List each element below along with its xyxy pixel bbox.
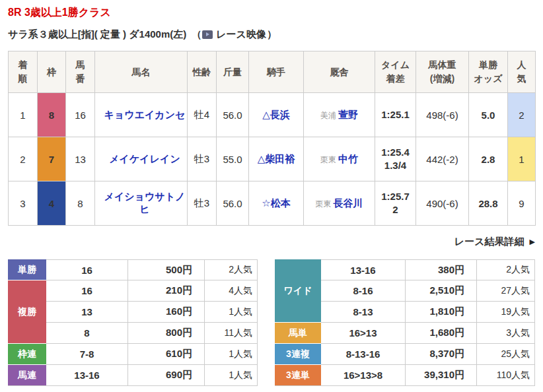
horse-name-link[interactable]: メイショウサトノヒ <box>104 191 186 214</box>
col-horse-name: 馬名 <box>95 51 188 93</box>
sex-age-cell: 牡4 <box>188 93 217 137</box>
selection-cell: 8-13 <box>321 302 406 323</box>
horse-weight-cell: 498(-6) <box>416 93 469 137</box>
stable-region: 栗東 <box>316 199 332 209</box>
race-title: 8R 3歳以上1勝クラス <box>8 6 535 20</box>
payout-row: ワイド 13-16 380円 2人気 <box>275 259 535 280</box>
race-detail-link[interactable]: レース結果詳細 ▶ <box>454 236 535 248</box>
selection-cell: 16>13>8 <box>321 365 406 386</box>
popularity-cell: 3人気 <box>477 323 535 344</box>
jockey-link[interactable]: △長浜 <box>262 109 290 120</box>
race-detail-label: レース結果詳細 <box>454 236 525 248</box>
race-conditions: サラ系３歳以上[指]( 定量 ) ダ1400m(左) <box>8 28 186 41</box>
selection-cell: 8-13-16 <box>321 344 406 365</box>
payout-row: 枠連 7-8 610円 1人気 <box>8 344 258 365</box>
sex-age-cell: 牡3 <box>188 181 217 226</box>
race-conditions-row: サラ系３歳以上[指]( 定量 ) ダ1400m(左) （ レース映像 ） <box>8 28 535 41</box>
jockey-cell: △長浜 <box>249 93 304 137</box>
odds-cell: 2.8 <box>469 137 508 181</box>
selection-cell: 13-16 <box>321 259 406 280</box>
time-margin-cell: 1:25.1 <box>375 93 416 137</box>
popularity-cell: 25人気 <box>477 344 535 365</box>
stable-region: 美浦 <box>320 111 336 120</box>
col-jockey: 騎手 <box>249 51 304 93</box>
col-finish-position: 着 順 <box>9 51 38 93</box>
odds-cell: 28.8 <box>469 181 508 226</box>
col-horse-number: 馬 番 <box>66 51 95 93</box>
col-carried-weight: 斤量 <box>217 51 249 93</box>
horse-number-cell: 16 <box>66 93 95 137</box>
payout-row: 単勝 16 500円 2人気 <box>8 259 258 280</box>
col-frame: 枠 <box>38 51 66 93</box>
race-video-link[interactable]: レース映像 <box>202 28 266 41</box>
stable-region: 栗東 <box>320 155 336 164</box>
horse-name-link[interactable]: キョウエイカンセ <box>104 109 186 120</box>
horse-name-cell: キョウエイカンセ <box>95 93 188 137</box>
stable-link[interactable]: 長谷川 <box>334 197 363 209</box>
popularity-cell: 1人気 <box>205 365 258 386</box>
horse-number-cell: 13 <box>66 137 95 181</box>
popularity-cell: 19人気 <box>477 302 535 323</box>
sex-age-cell: 牡3 <box>188 137 217 181</box>
selection-cell: 16 <box>46 280 128 302</box>
payout-amount-cell: 690円 <box>128 365 205 386</box>
stable-link[interactable]: 中竹 <box>338 153 358 164</box>
selection-cell: 16 <box>46 259 128 280</box>
payout-amount-cell: 1,810円 <box>406 302 477 323</box>
jockey-cell: △柴田裕 <box>249 137 304 181</box>
payout-section: 単勝 16 500円 2人気 複勝 16 210円 4人気 13 160円 1人… <box>8 259 535 386</box>
finish-position-cell: 1 <box>9 93 38 137</box>
result-row-1: 1 8 16 キョウエイカンセ 牡4 56.0 △長浜 美浦萱野 1:25.1 … <box>9 93 536 137</box>
finish-position-cell: 3 <box>9 181 38 226</box>
paren-open: （ <box>192 28 201 41</box>
col-stable: 厩舎 <box>304 51 375 93</box>
carried-weight-cell: 56.0 <box>217 93 249 137</box>
payout-amount-cell: 1,680円 <box>406 323 477 344</box>
payout-amount-cell: 800円 <box>128 323 205 344</box>
payout-amount-cell: 610円 <box>128 344 205 365</box>
bet-type-label-bracket-quinella: 枠連 <box>8 344 46 365</box>
bet-type-label-trifecta: 3連単 <box>275 365 321 386</box>
margin-value: 1.3/4 <box>376 159 415 172</box>
payout-row: 3連複 8-13-16 8,370円 25人気 <box>275 344 535 365</box>
jockey-link[interactable]: ☆松本 <box>262 197 290 209</box>
stable-link[interactable]: 萱野 <box>338 109 358 120</box>
bet-type-label-exacta: 馬単 <box>275 323 321 344</box>
selection-cell: 13 <box>46 302 128 323</box>
bet-type-label-quinella: 馬連 <box>8 365 46 386</box>
selection-cell: 13-16 <box>46 365 128 386</box>
right-arrow-icon: ▶ <box>530 238 535 246</box>
horse-name-cell: メイショウサトノヒ <box>95 181 188 226</box>
bet-type-label-wide: ワイド <box>275 259 321 323</box>
horse-number-cell: 8 <box>66 181 95 226</box>
payout-amount-cell: 160円 <box>128 302 205 323</box>
time-margin-cell: 1:25.7 2 <box>375 181 416 226</box>
frame-number-cell: 8 <box>38 93 66 137</box>
popularity-cell: 27人気 <box>477 280 535 302</box>
jockey-link[interactable]: △柴田裕 <box>258 153 295 164</box>
popularity-cell: 2人気 <box>205 259 258 280</box>
race-video-label: レース映像 <box>216 28 266 41</box>
frame-number-cell: 7 <box>38 137 66 181</box>
payout-row: 3連単 16>13>8 39,310円 110人気 <box>275 365 535 386</box>
payout-table-left: 単勝 16 500円 2人気 複勝 16 210円 4人気 13 160円 1人… <box>8 259 258 386</box>
horse-name-link[interactable]: メイケイレイン <box>109 153 180 164</box>
payout-row: 複勝 16 210円 4人気 <box>8 280 258 302</box>
selection-cell: 8 <box>46 323 128 344</box>
time-value: 1:25.7 <box>376 190 415 203</box>
payout-table-right: ワイド 13-16 380円 2人気 8-16 2,510円 27人気 8-13… <box>275 259 535 386</box>
popularity-cell: 2人気 <box>477 259 535 280</box>
detail-link-row: レース結果詳細 ▶ <box>8 236 535 248</box>
bet-type-label-win: 単勝 <box>8 259 46 280</box>
payout-amount-cell: 500円 <box>128 259 205 280</box>
finish-position-cell: 2 <box>9 137 38 181</box>
frame-number-cell: 4 <box>38 181 66 226</box>
horse-name-cell: メイケイレイン <box>95 137 188 181</box>
result-row-3: 3 4 8 メイショウサトノヒ 牡3 56.0 ☆松本 栗東長谷川 1:25.7… <box>9 181 536 226</box>
results-header-row: 着 順 枠 馬 番 馬名 性齢 斤量 騎手 厩舎 タイム 着差 馬体重 (増減)… <box>9 51 536 93</box>
payout-amount-cell: 8,370円 <box>406 344 477 365</box>
payout-amount-cell: 2,510円 <box>406 280 477 302</box>
time-margin-cell: 1:25.4 1.3/4 <box>375 137 416 181</box>
col-win-odds: 単勝 オッズ <box>469 51 508 93</box>
carried-weight-cell: 56.0 <box>217 181 249 226</box>
